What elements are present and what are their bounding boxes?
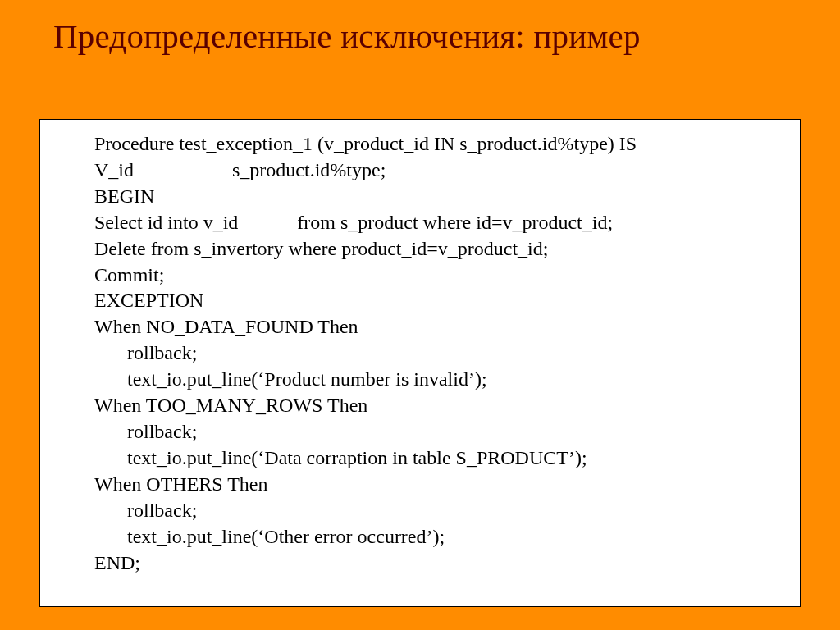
code-line: Commit; <box>94 262 785 289</box>
code-line: rollback; <box>94 340 785 367</box>
code-line: rollback; <box>94 419 785 445</box>
code-line: END; <box>94 550 785 577</box>
code-line: V_id s_product.id%type; <box>94 158 785 184</box>
code-line: text_io.put_line(‘Product number is inva… <box>94 367 785 393</box>
code-block: Procedure test_exception_1 (v_product_id… <box>39 119 801 607</box>
code-line: text_io.put_line(‘Data corraption in tab… <box>94 445 785 472</box>
code-line: EXCEPTION <box>94 288 785 314</box>
code-line: When TOO_MANY_ROWS Then <box>94 393 785 419</box>
code-line: Procedure test_exception_1 (v_product_id… <box>94 131 785 158</box>
code-line: rollback; <box>94 498 785 524</box>
slide-title: Предопределенные исключения: пример <box>53 16 807 56</box>
code-line: text_io.put_line(‘Other error occurred’)… <box>94 524 785 550</box>
code-line: Select id into v_id from s_product where… <box>94 210 785 236</box>
slide: Предопределенные исключения: пример Proc… <box>0 0 840 630</box>
code-line: Delete from s_invertory where product_id… <box>94 236 785 262</box>
code-line: BEGIN <box>94 184 785 210</box>
code-line: When NO_DATA_FOUND Then <box>94 314 785 340</box>
code-line: When OTHERS Then <box>94 472 785 498</box>
